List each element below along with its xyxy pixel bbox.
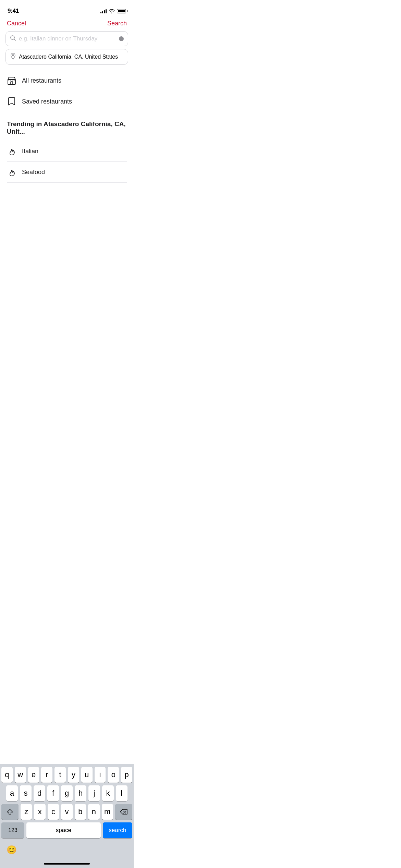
status-time: 9:41	[8, 8, 19, 14]
location-bar[interactable]: Atascadero California, CA, United States	[5, 49, 128, 65]
battery-icon	[117, 9, 126, 13]
saved-restaurants-item[interactable]: Saved restaurants	[7, 91, 127, 112]
all-restaurants-label: All restaurants	[22, 77, 61, 84]
store-icon	[7, 76, 16, 85]
all-restaurants-item[interactable]: All restaurants	[7, 70, 127, 91]
search-input[interactable]	[19, 35, 119, 42]
flame-icon-seafood	[7, 167, 16, 177]
bookmark-icon	[7, 97, 16, 106]
trending-section: Trending in Atascadero California, CA, U…	[0, 112, 134, 183]
search-container	[0, 31, 134, 49]
wifi-icon	[109, 9, 115, 13]
trending-italian-label: Italian	[22, 148, 38, 155]
cancel-button[interactable]: Cancel	[7, 20, 26, 27]
nav-bar: Cancel Search	[0, 17, 134, 31]
trending-italian[interactable]: Italian	[7, 141, 127, 162]
status-icons	[100, 9, 126, 13]
saved-restaurants-label: Saved restaurants	[22, 98, 72, 105]
search-button[interactable]: Search	[107, 20, 127, 27]
signal-icon	[100, 9, 107, 13]
flame-icon-italian	[7, 146, 16, 156]
status-bar: 9:41	[0, 0, 134, 17]
location-icon	[10, 53, 16, 61]
trending-seafood[interactable]: Seafood	[7, 162, 127, 183]
menu-section: All restaurants Saved restaurants	[0, 70, 134, 112]
search-icon	[10, 35, 16, 43]
svg-point-1	[12, 55, 14, 56]
search-input-wrapper[interactable]	[5, 31, 128, 46]
location-text: Atascadero California, CA, United States	[19, 54, 118, 60]
trending-title: Trending in Atascadero California, CA, U…	[7, 120, 127, 135]
svg-rect-3	[11, 82, 13, 84]
cursor-indicator	[119, 36, 124, 41]
trending-seafood-label: Seafood	[22, 169, 45, 176]
